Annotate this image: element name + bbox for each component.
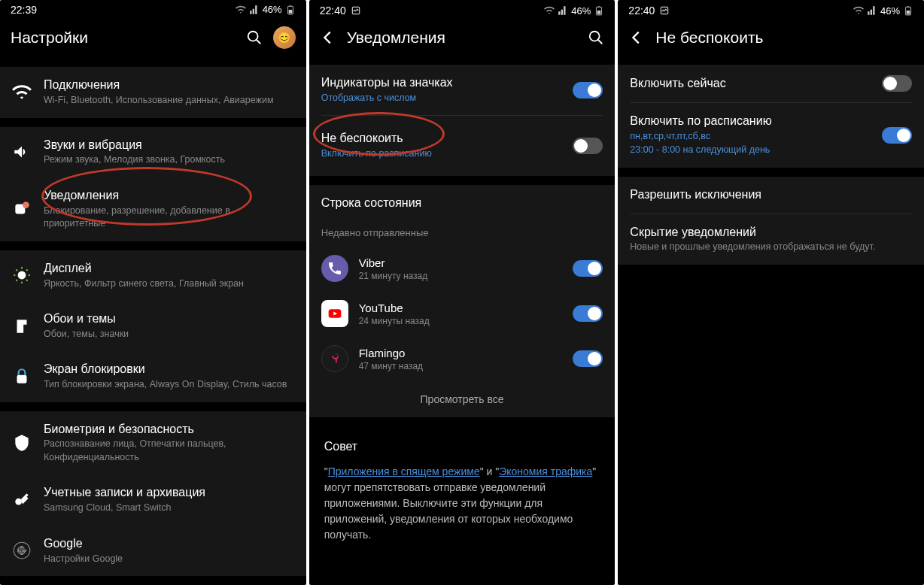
page-title: Настройки	[11, 29, 236, 47]
settings-item-lockscreen[interactable]: Экран блокировки Тип блокировки экрана, …	[0, 351, 306, 402]
status-battery: 46%	[571, 5, 591, 17]
status-bar: 22:39 46%	[0, 0, 306, 19]
wifi-icon	[12, 83, 32, 102]
tip-section: Совет "Приложения в спящем режиме" и "Эк…	[309, 426, 615, 556]
app-time: 21 минуту назад	[359, 271, 563, 281]
settings-item-notifications[interactable]: Уведомления Блокирование, разрешение, до…	[0, 177, 306, 241]
svg-rect-2	[290, 5, 291, 6]
app-time: 24 минуты назад	[359, 316, 563, 326]
settings-screen: 22:39 46% Настройки 😊 Подключения Wi-Fi,…	[0, 0, 306, 585]
page-title: Уведомления	[347, 29, 578, 47]
item-title: Google	[44, 536, 294, 552]
recent-label: Недавно отправленные	[309, 221, 615, 246]
status-bar: 22:40 46%	[618, 0, 924, 21]
settings-item-accounts[interactable]: Учетные записи и архивация Samsung Cloud…	[0, 474, 306, 525]
app-icon-viber	[321, 255, 348, 282]
item-enable-schedule[interactable]: Включить по расписанию пн,вт,ср,чт,пт,сб…	[618, 103, 924, 168]
battery-icon	[903, 5, 913, 16]
svg-rect-16	[17, 375, 27, 383]
back-icon[interactable]	[628, 29, 645, 46]
battery-icon	[594, 5, 604, 16]
toggle-dnd[interactable]	[573, 138, 603, 154]
status-battery: 46%	[880, 5, 900, 17]
status-battery: 46%	[263, 4, 282, 15]
item-status-bar[interactable]: Строка состояния	[309, 185, 615, 222]
status-time: 22:40	[628, 5, 655, 17]
toggle-enable-now[interactable]	[882, 75, 912, 92]
item-sub: Включить по расписанию	[321, 147, 561, 161]
status-time: 22:40	[320, 5, 346, 17]
header: Настройки 😊	[0, 19, 306, 67]
item-sub: Настройки Google	[44, 553, 294, 566]
dnd-screen: 22:40 46% Не беспокоить Включить сейчас …	[618, 0, 924, 585]
item-sub: Обои, темы, значки	[44, 328, 294, 341]
item-badge-indicators[interactable]: Индикаторы на значках Отображать с число…	[309, 65, 615, 115]
app-icon-flamingo	[321, 345, 348, 372]
wallpaper-icon	[12, 317, 32, 336]
item-sub: Тип блокировки экрана, Always On Display…	[44, 378, 294, 392]
item-title: Экран блокировки	[44, 362, 294, 377]
toggle-app-youtube[interactable]	[573, 305, 603, 322]
page-title: Не беспокоить	[655, 29, 913, 47]
item-sub: Новые и прошлые уведомления отображаться…	[630, 241, 912, 254]
screenshot-icon	[659, 5, 670, 16]
svg-point-7	[18, 271, 26, 280]
item-title: Не беспокоить	[321, 131, 561, 147]
svg-point-3	[248, 32, 257, 41]
svg-rect-22	[598, 6, 600, 7]
app-row-youtube[interactable]: YouTube 24 минуты назад	[309, 291, 615, 336]
item-title: Звуки и вибрация	[44, 138, 294, 153]
key-icon	[12, 490, 32, 510]
svg-point-6	[23, 202, 29, 209]
svg-rect-21	[597, 11, 601, 14]
search-icon[interactable]	[246, 29, 263, 46]
item-title: Включить по расписанию	[630, 114, 870, 129]
svg-point-23	[590, 32, 600, 41]
item-sub-days: пн,вт,ср,чт,пт,сб,вс	[630, 130, 870, 144]
item-allow-exceptions[interactable]: Разрешить исключения	[618, 177, 924, 214]
item-title: Обои и темы	[44, 311, 294, 327]
svg-text:G: G	[17, 544, 26, 557]
avatar[interactable]: 😊	[273, 26, 296, 49]
toggle-enable-schedule[interactable]	[882, 127, 912, 144]
svg-line-15	[26, 270, 28, 271]
app-time: 47 минут назад	[359, 361, 563, 371]
svg-rect-1	[288, 10, 292, 14]
tip-link-sleeping-apps[interactable]: Приложения в спящем режиме	[328, 465, 480, 477]
settings-item-wallpaper[interactable]: Обои и темы Обои, темы, значки	[0, 301, 306, 351]
notifications-screen: 22:40 46% Уведомления Индикаторы на знач…	[309, 0, 615, 585]
search-icon[interactable]	[588, 29, 604, 46]
item-title: Биометрия и безопасность	[44, 422, 294, 438]
svg-line-12	[16, 270, 17, 271]
svg-line-4	[256, 40, 260, 44]
toggle-badge[interactable]	[573, 82, 603, 99]
item-title: Уведомления	[44, 188, 294, 204]
sound-icon	[12, 142, 32, 162]
status-bar: 22:40 46%	[309, 0, 615, 21]
item-enable-now[interactable]: Включить сейчас	[618, 65, 924, 102]
app-row-viber[interactable]: Viber 21 минуту назад	[309, 246, 615, 291]
app-name: Viber	[359, 256, 563, 269]
tip-body: "Приложения в спящем режиме" и "Экономия…	[324, 464, 600, 543]
app-row-flamingo[interactable]: Flamingo 47 минут назад	[309, 336, 615, 381]
settings-item-sounds[interactable]: Звуки и вибрация Режим звука, Мелодия зв…	[0, 127, 306, 177]
toggle-app-viber[interactable]	[573, 260, 603, 277]
back-icon[interactable]	[320, 29, 336, 46]
tip-link-data-saver[interactable]: Экономия трафика	[499, 465, 592, 477]
settings-item-connections[interactable]: Подключения Wi-Fi, Bluetooth, Использова…	[0, 67, 306, 117]
wifi-icon	[236, 5, 246, 15]
see-all-button[interactable]: Просмотреть все	[309, 381, 615, 417]
lock-icon	[12, 367, 32, 386]
item-title: Скрытие уведомлений	[630, 225, 912, 241]
settings-item-display[interactable]: Дисплей Яркость, Фильтр синего света, Гл…	[0, 250, 306, 301]
item-do-not-disturb[interactable]: Не беспокоить Включить по расписанию	[309, 116, 615, 175]
toggle-app-flamingo[interactable]	[573, 350, 603, 367]
item-title: Подключения	[44, 77, 294, 93]
settings-item-google[interactable]: G Google Настройки Google	[0, 526, 306, 576]
svg-line-13	[26, 280, 28, 281]
item-sub: Отображать с числом	[321, 92, 561, 105]
item-hide-notifications[interactable]: Скрытие уведомлений Новые и прошлые увед…	[618, 214, 924, 265]
settings-item-biometrics[interactable]: Биометрия и безопасность Распознавание л…	[0, 411, 306, 475]
wifi-icon	[853, 5, 864, 16]
item-title: Учетные записи и архивация	[44, 485, 294, 501]
